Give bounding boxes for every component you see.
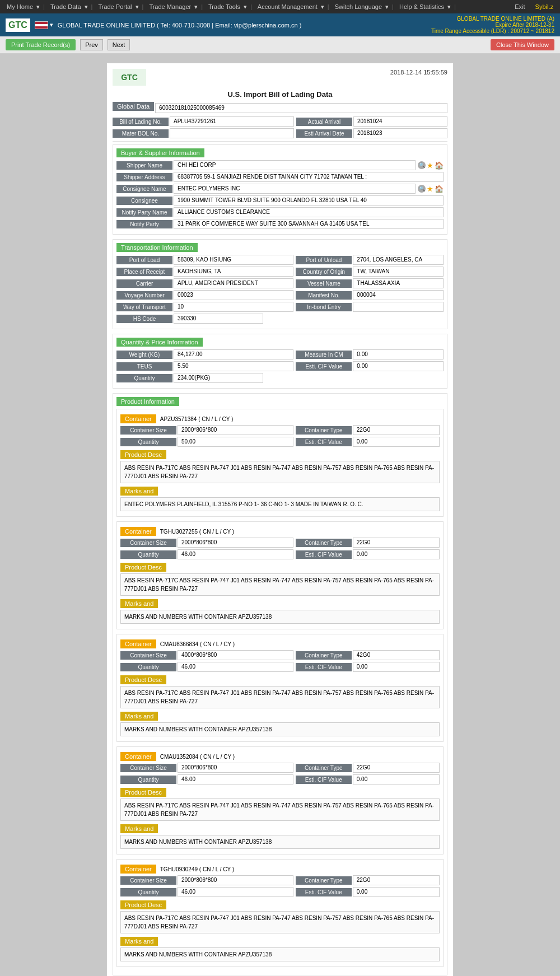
global-data-label: Global Data <box>113 102 154 111</box>
consignee-name-label: Consignee Name <box>116 185 172 193</box>
nav-help-statistics[interactable]: Help & Statistics <box>397 2 446 11</box>
doc-logo-img: GTC <box>113 69 146 86</box>
c4-qty-label: Quantity <box>120 888 176 896</box>
c1-qty-cif: Quantity 46.00 Esti. CIF Value 0.00 <box>120 549 440 559</box>
c4-type-value: 22G0 <box>353 875 440 885</box>
expire-date: Expire After 2018-12-31 <box>431 22 554 28</box>
shipper-name-row: Shipper Name CHI HEI CORP 🔍 ★ 🏠 <box>116 160 444 170</box>
account-name: GLOBAL TRADE ONLINE LIMITED (A) <box>431 16 554 22</box>
close-button-top[interactable]: Close This Window <box>491 39 554 50</box>
consignee-label: Consignee <box>116 197 172 205</box>
weight-measure-row: Weight (KG) 84,127.00 Measure In CM 0.00 <box>116 349 444 359</box>
measure-label: Measure In CM <box>296 351 352 359</box>
c3-size-label: Container Size <box>120 764 176 772</box>
flag-dropdown-arrow[interactable]: ▾ <box>50 21 53 29</box>
place-receipt-value: KAOHSIUNG, TA <box>174 267 293 277</box>
mater-bol-label: Mater BOL No. <box>113 129 169 138</box>
actual-arrival-value: 20181024 <box>353 116 447 127</box>
c2-size-value: 4000*806*800 <box>178 650 293 660</box>
mater-bol-value <box>170 128 294 138</box>
container-block-1: Container TGHU3027255 ( CN / L / CY ) Co… <box>116 521 444 629</box>
manifest-value: 000004 <box>353 290 444 300</box>
container-block-3: Container CMAU1352084 ( CN / L / CY ) Co… <box>116 746 444 854</box>
nav-trade-manager[interactable]: Trade Manager <box>147 2 193 11</box>
transportation-label: Transportation Information <box>116 243 198 252</box>
c4-marks-value: MARKS AND NUMBERS WITH CONTAINER APZU357… <box>120 947 440 961</box>
toolbar-top: Print Trade Record(s) Prev Next Close Th… <box>0 36 560 54</box>
c4-type-label: Container Type <box>296 876 352 885</box>
carrier-value: APLU, AMERICAN PRESIDENT <box>174 278 293 288</box>
esti-arrival-value: 20181023 <box>353 128 447 138</box>
weight-value: 84,127.00 <box>174 349 293 359</box>
consignee-star-icon[interactable]: ★ <box>427 185 433 193</box>
shipper-star-icon[interactable]: ★ <box>427 161 433 170</box>
notify-party-row: Notify Party 31 PARK OF COMMERCE WAY SUI… <box>116 219 444 229</box>
actual-arrival-label: Actual Arrival <box>296 118 352 126</box>
nav-trade-tools[interactable]: Trade Tools <box>206 2 242 11</box>
c0-product-desc-value: ABS RESIN PA-717C ABS RESIN PA-747 J01 A… <box>120 461 440 483</box>
consignee-name-value: ENTEC POLYMERS INC <box>174 184 416 194</box>
in-bond-label: In-bond Entry <box>296 303 352 311</box>
c0-size-label: Container Size <box>120 426 176 435</box>
quantity-row: Quantity 234.00(PKG) <box>116 373 444 383</box>
place-receipt-label: Place of Receipt <box>116 268 172 276</box>
port-of-load-label: Port of Load <box>116 256 172 264</box>
shipper-home-icon[interactable]: 🏠 <box>435 161 444 170</box>
nav-switch-language[interactable]: Switch Language <box>333 2 384 11</box>
nav-trade-portal[interactable]: Trade Portal <box>96 2 134 11</box>
c2-product-desc-label: Product Desc <box>120 675 166 684</box>
consignee-search-icon[interactable]: 🔍 <box>418 185 426 193</box>
teus-cif-row: TEUS 5.50 Esti. CIF Value 0.00 <box>116 361 444 371</box>
next-button-top[interactable]: Next <box>108 39 130 50</box>
top-navigation: My Home▾ | Trade Data▾ | Trade Portal▾ |… <box>0 0 560 13</box>
c1-product-desc-label: Product Desc <box>120 563 166 572</box>
container-4-id: TGHU0930249 ( CN / L / CY ) <box>160 866 234 872</box>
shipper-search-icon[interactable]: 🔍 <box>418 161 426 169</box>
c0-qty-cif: Quantity 50.00 Esti. CIF Value 0.00 <box>120 437 440 447</box>
quantity-label: Quantity <box>116 374 172 382</box>
shipper-address-value: 68387705 59-1 SANJIAZI RENDE DIST TAINAN… <box>174 172 444 182</box>
company-info: GLOBAL TRADE ONLINE LIMITED ( Tel: 400-7… <box>58 22 302 29</box>
container-3-id: CMAU1352084 ( CN / L / CY ) <box>160 754 235 760</box>
c1-type-label: Container Type <box>296 539 352 547</box>
c4-qty-value: 46.00 <box>178 887 293 897</box>
c2-marks-value: MARKS AND NUMBERS WITH CONTAINER APZU357… <box>120 722 440 736</box>
c1-size-type: Container Size 2000*806*800 Container Ty… <box>120 538 440 548</box>
print-button-top[interactable]: Print Trade Record(s) <box>6 39 76 50</box>
consignee-row: Consignee 1900 SUMMIT TOWER BLVD SUITE 9… <box>116 195 444 206</box>
c3-cif-label: Esti. CIF Value <box>296 776 352 784</box>
c2-cif-label: Esti. CIF Value <box>296 663 352 671</box>
bol-field: Bill of Lading No. APLU437291261 <box>113 116 294 127</box>
c0-marks-label: Marks and <box>120 487 158 496</box>
esti-arrival-field: Esti Arrival Date 20181023 <box>296 128 447 138</box>
prev-button-top[interactable]: Prev <box>80 39 103 50</box>
bol-row: Bill of Lading No. APLU437291261 Actual … <box>113 116 447 127</box>
mater-bol-field: Mater BOL No. <box>113 128 294 138</box>
nav-my-home[interactable]: My Home <box>4 2 35 11</box>
c2-marks-label: Marks and <box>120 712 158 721</box>
measure-value: 0.00 <box>353 349 444 359</box>
container-1-label: Container <box>120 527 156 536</box>
nav-trade-data[interactable]: Trade Data <box>48 2 83 11</box>
voyage-value: 00023 <box>174 290 293 300</box>
c4-cif-label: Esti. CIF Value <box>296 888 352 896</box>
header-bar: GTC ▾ GLOBAL TRADE ONLINE LIMITED ( Tel:… <box>0 13 560 36</box>
nav-exit[interactable]: Exit <box>512 2 527 11</box>
c4-marks-label: Marks and <box>120 937 158 946</box>
consignee-home-icon[interactable]: 🏠 <box>435 185 444 193</box>
c0-qty-label: Quantity <box>120 438 176 446</box>
doc-logo: GTC <box>113 69 146 86</box>
c1-marks-label: Marks and <box>120 599 158 608</box>
nav-user: Sybil.z <box>533 2 556 11</box>
c2-product-desc-value: ABS RESIN PA-717C ABS RESIN PA-747 J01 A… <box>120 686 440 708</box>
c0-product-desc-label: Product Desc <box>120 450 166 459</box>
receipt-origin-row: Place of Receipt KAOHSIUNG, TA Country o… <box>116 267 444 277</box>
port-row: Port of Load 58309, KAO HSIUNG Port of U… <box>116 255 444 265</box>
company-name: GLOBAL TRADE ONLINE LIMITED ( Tel: 400-7… <box>58 22 302 29</box>
flag-selector[interactable]: ▾ <box>35 21 53 29</box>
manifest-label: Manifest No. <box>296 291 352 300</box>
doc-title: U.S. Import Bill of Lading Data <box>113 90 447 99</box>
c1-qty-value: 46.00 <box>178 549 293 559</box>
nav-account-management[interactable]: Account Management <box>255 2 320 11</box>
teus-label: TEUS <box>116 362 172 371</box>
